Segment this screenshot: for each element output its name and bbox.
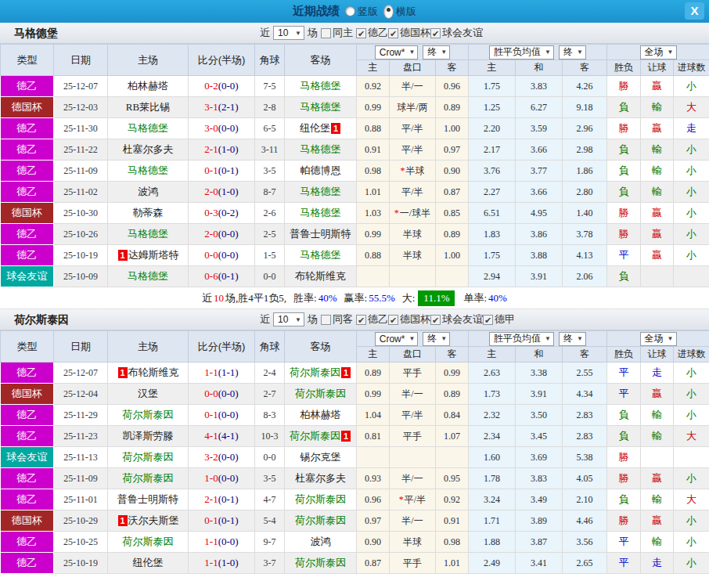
filter-bar: 近 10▼ 场 同客 ✔德乙✔德国杯✔球会友谊✔德甲 bbox=[260, 309, 515, 330]
avg-time-dropdown[interactable]: 终▼ bbox=[559, 332, 586, 346]
recent-count-select[interactable]: 10▼ bbox=[273, 312, 304, 326]
match-date: 25-10-29 bbox=[54, 510, 108, 532]
avg-draw-odds: 3.91 bbox=[516, 266, 563, 287]
match-score: 0-0(0-0) bbox=[189, 245, 255, 266]
radio-vertical-icon[interactable] bbox=[345, 6, 355, 16]
team-name: RB莱比锡 bbox=[126, 101, 170, 113]
home-team: 纽伦堡 bbox=[108, 553, 189, 574]
corner-score: 2-5 bbox=[255, 224, 285, 245]
checkbox-icon[interactable]: ✔ bbox=[483, 315, 493, 325]
avg-away-odds: 2.98 bbox=[563, 139, 607, 161]
odds-time-dropdown[interactable]: 终▼ bbox=[423, 45, 450, 60]
team-name-title: 荷尔斯泰因 bbox=[14, 309, 69, 330]
team-name: 柏林赫塔 bbox=[301, 409, 341, 420]
result-handicap: 贏 bbox=[641, 245, 674, 266]
match-score: 3-0(0-0) bbox=[189, 118, 255, 139]
team-name: 荷尔斯泰因 bbox=[123, 409, 174, 420]
checkbox-icon[interactable]: ✔ bbox=[430, 28, 441, 38]
handicap-line: 球半/两 bbox=[390, 97, 436, 118]
rank-badge: 1 bbox=[331, 123, 340, 134]
scope-dropdown[interactable]: 全场▼ bbox=[640, 45, 677, 60]
avg-time-dropdown[interactable]: 终▼ bbox=[559, 45, 586, 60]
handicap-line: 半球 bbox=[390, 532, 436, 553]
team-name: 马格德堡 bbox=[301, 80, 341, 92]
avg-draw-odds: 6.27 bbox=[516, 97, 563, 118]
radio-vertical-label[interactable]: 竖版 bbox=[358, 5, 378, 19]
corner-score: 10-3 bbox=[255, 426, 285, 447]
odds-company-dropdown[interactable]: Crow*▼ bbox=[375, 45, 419, 60]
result-wdl: 負 bbox=[607, 97, 641, 118]
handicap-away-odds bbox=[436, 447, 469, 468]
result-handicap: 贏 bbox=[641, 118, 674, 139]
recent-count-select[interactable]: 10▼ bbox=[273, 26, 304, 40]
checkbox-icon[interactable]: ✔ bbox=[388, 28, 398, 38]
handicap-home-odds bbox=[357, 447, 390, 468]
corner-score: 3-11 bbox=[255, 139, 285, 161]
layout-horizontal-option[interactable]: 横版 bbox=[383, 5, 416, 19]
col-pan: 盘口 bbox=[390, 60, 436, 76]
result-goals: 大 bbox=[674, 426, 709, 447]
avg-draw-odds: 3.69 bbox=[516, 447, 563, 468]
league-filter[interactable]: ✔德甲 bbox=[483, 312, 515, 326]
radio-horizontal-icon[interactable] bbox=[383, 5, 394, 19]
team-name: 马格德堡 bbox=[128, 228, 168, 240]
table-row: 德乙 25-12-07 柏林赫塔 0-2(0-0) 7-5 马格德堡 0.92 … bbox=[1, 76, 709, 97]
avg-draw-odds: 3.49 bbox=[516, 489, 563, 510]
handicap-away-odds: 0.90 bbox=[436, 161, 469, 182]
corner-score: 0-0 bbox=[255, 266, 285, 287]
col-corner: 角球 bbox=[255, 331, 285, 363]
handicap-home-odds: 0.92 bbox=[357, 76, 390, 97]
checkbox-icon[interactable] bbox=[321, 28, 331, 38]
window-title: 近期战绩 bbox=[293, 4, 340, 19]
result-handicap: 輸 bbox=[641, 489, 674, 510]
league-filter[interactable]: ✔球会友谊 bbox=[430, 26, 483, 40]
odds-time-dropdown[interactable]: 终▼ bbox=[423, 332, 450, 346]
corner-score: 7-5 bbox=[255, 76, 285, 97]
rank-badge: 1 bbox=[341, 431, 351, 442]
team-name: 杜塞尔多夫 bbox=[123, 143, 174, 155]
same-venue-filter[interactable]: 同客 bbox=[321, 312, 353, 326]
corner-score: 3-7 bbox=[255, 553, 285, 574]
away-team: 锡尔克堡 bbox=[285, 447, 357, 468]
match-score: 1-1(0-0) bbox=[189, 532, 255, 553]
corner-score: 6-5 bbox=[255, 118, 285, 139]
checkbox-icon[interactable]: ✔ bbox=[356, 28, 366, 38]
win-rate: 40% bbox=[319, 292, 337, 305]
checkbox-icon[interactable] bbox=[321, 315, 331, 325]
col-score: 比分(半场) bbox=[189, 45, 255, 76]
checkbox-icon[interactable]: ✔ bbox=[430, 315, 441, 325]
away-team: 波鸿 bbox=[285, 532, 357, 553]
league-badge: 德乙 bbox=[1, 161, 54, 182]
checkbox-icon[interactable]: ✔ bbox=[388, 315, 398, 325]
scope-dropdown[interactable]: 全场▼ bbox=[640, 332, 677, 346]
radio-horizontal-label[interactable]: 横版 bbox=[396, 5, 416, 19]
result-wdl: 勝 bbox=[607, 468, 641, 489]
handicap-away-odds: 0.89 bbox=[436, 384, 469, 405]
col-result: 胜负 bbox=[607, 60, 641, 76]
league-filter[interactable]: ✔德乙 bbox=[356, 26, 388, 40]
league-filter[interactable]: ✔德乙 bbox=[356, 312, 388, 326]
avg-odds-dropdown[interactable]: 胜平负均值▼ bbox=[489, 45, 554, 60]
table-row: 德乙 25-11-09 荷尔斯泰因 1-0(0-0) 3-5 杜塞尔多夫 0.9… bbox=[1, 468, 709, 489]
league-filter[interactable]: ✔球会友谊 bbox=[430, 312, 483, 326]
result-goals: 小 bbox=[674, 532, 709, 553]
home-team: 荷尔斯泰因 bbox=[108, 468, 189, 489]
result-wdl: 勝 bbox=[607, 118, 641, 139]
avg-away-odds: 4.34 bbox=[563, 384, 607, 405]
table-row: 德国杯 25-10-29 1沃尔夫斯堡 0-1(0-1) 5-4 荷尔斯泰因 0… bbox=[1, 510, 709, 532]
odds-company-dropdown[interactable]: Crow*▼ bbox=[375, 332, 419, 346]
result-goals: 小 bbox=[674, 224, 709, 245]
same-venue-filter[interactable]: 同主 bbox=[321, 26, 353, 40]
checkbox-icon[interactable]: ✔ bbox=[356, 315, 366, 325]
result-handicap: 贏 bbox=[641, 384, 674, 405]
layout-vertical-option[interactable]: 竖版 bbox=[345, 5, 378, 19]
league-filter[interactable]: ✔德国杯 bbox=[388, 26, 430, 40]
avg-odds-dropdown[interactable]: 胜平负均值▼ bbox=[489, 332, 554, 346]
match-date: 25-11-02 bbox=[54, 182, 108, 203]
league-filter[interactable]: ✔德国杯 bbox=[388, 312, 430, 326]
close-icon[interactable]: X bbox=[685, 2, 704, 20]
avg-away-odds: 4.13 bbox=[563, 245, 607, 266]
handicap-away-odds: 0.84 bbox=[436, 405, 469, 426]
col-score: 比分(半场) bbox=[189, 331, 255, 363]
corner-score: 3-5 bbox=[255, 468, 285, 489]
